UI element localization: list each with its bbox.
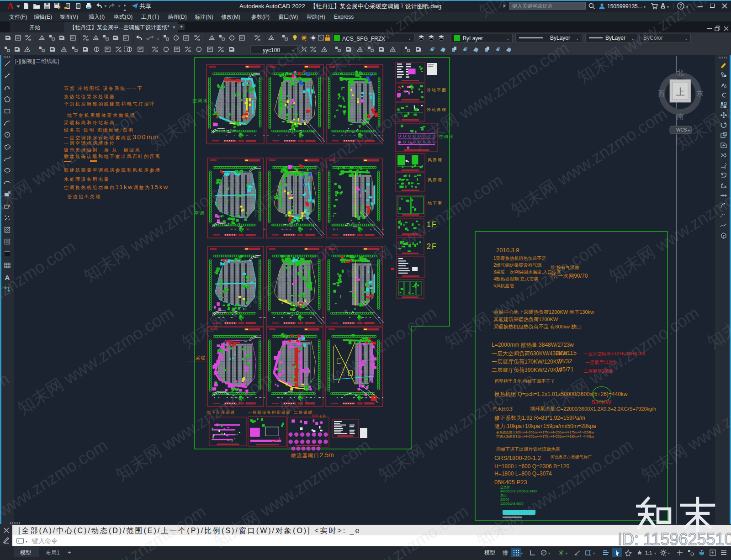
svg-text:WCS: WCS <box>676 127 687 132</box>
svg-text:A: A <box>5 274 10 281</box>
svg-text:上: 上 <box>676 87 685 97</box>
svg-text:西: 西 <box>658 90 665 97</box>
svg-text:?: ? <box>679 4 682 9</box>
svg-text:北: 北 <box>677 69 684 76</box>
svg-text:东: 东 <box>696 90 703 97</box>
svg-text:南: 南 <box>677 112 684 120</box>
